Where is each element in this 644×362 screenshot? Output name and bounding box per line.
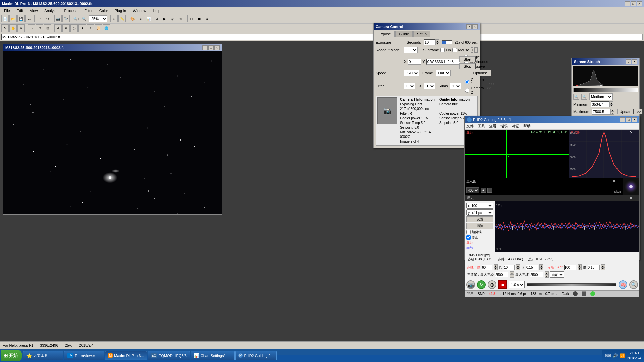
phd2-menu-file[interactable]: 文件 xyxy=(466,124,474,129)
tab-setup[interactable]: Setup xyxy=(413,31,430,37)
toolbar-sharpen[interactable]: ✦ xyxy=(78,24,86,32)
camera2-radio[interactable]: Camera 2 xyxy=(465,86,484,94)
stretch-mode-select[interactable]: Medium Low High xyxy=(589,93,613,100)
dec-max-dn2[interactable]: ▼ xyxy=(545,275,549,278)
dec-auto-select[interactable]: 自动 xyxy=(550,272,564,278)
toolbar-wcs[interactable]: 🌐 xyxy=(103,24,110,32)
toolbar-print[interactable]: 🖨 xyxy=(25,15,33,22)
ra-dn3[interactable]: ▼ xyxy=(539,267,543,270)
toolbar-open[interactable]: 📂 xyxy=(9,15,17,22)
frame-select[interactable]: Flat xyxy=(436,70,451,76)
camera1-radio[interactable]: Camera 1 xyxy=(465,78,484,86)
menu-color[interactable]: Color xyxy=(97,8,111,13)
menu-analyze[interactable]: Analyze xyxy=(42,8,60,13)
ra-agr-up[interactable]: ▲ xyxy=(578,264,582,267)
toolbar-crosshair[interactable]: ⊕ xyxy=(110,15,118,22)
subframe-icon2[interactable]: ⊡ xyxy=(474,47,478,53)
image-close[interactable]: ✕ xyxy=(214,45,220,50)
toolbar-plate[interactable]: ☆ xyxy=(177,15,184,22)
filename-input[interactable] xyxy=(1,34,643,40)
taskbar-item-maxim[interactable]: M MaxIm DL Pro 6... xyxy=(105,351,147,360)
max-up[interactable]: ▲ xyxy=(610,109,614,112)
ra-agr-dn2[interactable]: ▼ xyxy=(601,267,605,270)
dec-max-input1[interactable] xyxy=(495,272,508,277)
phd2-menu-mark[interactable]: 标记 xyxy=(512,124,519,129)
tab-expose[interactable]: Expose xyxy=(375,31,395,37)
exposure-select[interactable]: 1.0 s xyxy=(509,281,525,288)
options-button[interactable]: Options: xyxy=(469,70,491,76)
brain-btn[interactable]: 🧠 xyxy=(619,280,627,289)
taskbar-item-chart[interactable]: 📊 Chart Settings* - ... xyxy=(191,351,235,360)
ra-param-input2[interactable] xyxy=(504,265,515,270)
subframe-icon1[interactable]: □ xyxy=(471,47,473,53)
min-up[interactable]: ▲ xyxy=(609,101,613,104)
toolbar-new[interactable]: 📄 xyxy=(1,15,9,22)
camera-close-btn[interactable]: ✕ xyxy=(472,24,478,29)
toolbar-misc1[interactable]: ◻ xyxy=(187,15,195,22)
ra-agr-up2[interactable]: ▲ xyxy=(601,264,605,267)
speed-select[interactable]: ISO xyxy=(404,70,419,76)
search-btn[interactable]: 🔍 xyxy=(629,280,638,289)
clear-btn[interactable]: 清除 xyxy=(466,223,493,229)
star-minus-btn[interactable]: - xyxy=(487,188,492,193)
camera-help-btn[interactable]: ? xyxy=(466,24,472,29)
phd2-menu-view[interactable]: 查看 xyxy=(489,124,496,129)
trend-checkbox[interactable] xyxy=(466,230,471,234)
seconds-spinner[interactable]: ▲ ▼ xyxy=(424,39,439,45)
ra-agr-input[interactable] xyxy=(564,265,576,270)
subframe-on-check[interactable] xyxy=(440,48,445,52)
phd2-minimize[interactable]: _ xyxy=(620,117,625,122)
toolbar-calibrate[interactable]: ⚙ xyxy=(153,15,160,22)
toolbar-color-balance[interactable]: 🎨 xyxy=(129,15,136,22)
toolbar-misc2[interactable]: ◼ xyxy=(196,15,203,22)
stretch-arrow-btn[interactable]: >> xyxy=(635,109,643,114)
menu-file[interactable]: File xyxy=(1,8,13,13)
toolbar-focus[interactable]: ◎ xyxy=(169,15,176,22)
minimum-input[interactable] xyxy=(591,101,609,107)
toolbar-redo[interactable]: ↪ xyxy=(44,15,51,22)
phd2-menu-scope[interactable]: 端场 xyxy=(500,124,508,129)
max-down[interactable]: ▼ xyxy=(610,112,614,115)
y-range-select[interactable]: y: +/-1 px xyxy=(466,209,493,216)
toolbar-stretch[interactable]: ≡ xyxy=(137,15,144,22)
ra-param-input1[interactable] xyxy=(482,265,492,270)
image-minimize[interactable]: _ xyxy=(202,45,208,50)
star-count-select[interactable]: 400 xyxy=(466,187,479,193)
maximum-input[interactable] xyxy=(592,109,610,115)
correction-checkbox[interactable] xyxy=(466,235,471,240)
toolbar-hand[interactable]: ✋ xyxy=(9,24,17,32)
ra-up1[interactable]: ▲ xyxy=(494,264,498,267)
stretch-help-btn[interactable]: ? xyxy=(626,59,631,64)
toolbar-script[interactable]: 📜 xyxy=(95,24,102,32)
ra-dn2[interactable]: ▼ xyxy=(516,267,520,270)
dec-max-up1[interactable]: ▲ xyxy=(510,272,514,275)
phd2-maximize[interactable]: □ xyxy=(626,117,631,122)
min-down[interactable]: ▼ xyxy=(609,104,613,107)
filter-select[interactable]: L xyxy=(404,83,415,89)
stretch-zoom-icon2[interactable]: 🔍 xyxy=(581,94,587,100)
toolbar-ellipse[interactable]: ○ xyxy=(28,24,35,32)
toolbar-rect[interactable]: □ xyxy=(36,24,43,32)
settings-btn[interactable]: 设置 xyxy=(466,216,493,222)
menu-help[interactable]: Help xyxy=(150,8,163,13)
phd2-menu-tools[interactable]: 工具 xyxy=(478,124,485,129)
seconds-down[interactable]: ▼ xyxy=(435,42,439,45)
dec-max-input2[interactable] xyxy=(530,272,543,277)
bullseye-btn[interactable]: ⊕ xyxy=(488,280,496,289)
tab-guide[interactable]: Guide xyxy=(395,31,413,37)
stop-btn[interactable]: ■ xyxy=(498,280,507,289)
toolbar-save[interactable]: 💾 xyxy=(17,15,25,22)
ra-up2[interactable]: ▲ xyxy=(516,264,520,267)
menu-view[interactable]: View xyxy=(27,8,41,13)
taskbar-item-teamviewer[interactable]: TV TeamViewer xyxy=(64,351,104,360)
toolbar-pencil[interactable]: ✏ xyxy=(17,24,25,32)
start-button[interactable]: ⊞ 开始 xyxy=(1,350,22,361)
toolbar-display[interactable]: 🖥 xyxy=(54,24,62,32)
x-input[interactable] xyxy=(408,59,421,65)
ra-dn1[interactable]: ▼ xyxy=(494,267,498,270)
toolbar-zoom-out[interactable]: 🔍- xyxy=(81,15,88,22)
toolbar-guide[interactable]: 🔭 xyxy=(62,15,70,22)
minimize-button[interactable]: _ xyxy=(625,1,630,6)
ra-param-input3[interactable] xyxy=(526,265,538,270)
toolbar-zoom-in[interactable]: 🔍+ xyxy=(73,15,80,22)
